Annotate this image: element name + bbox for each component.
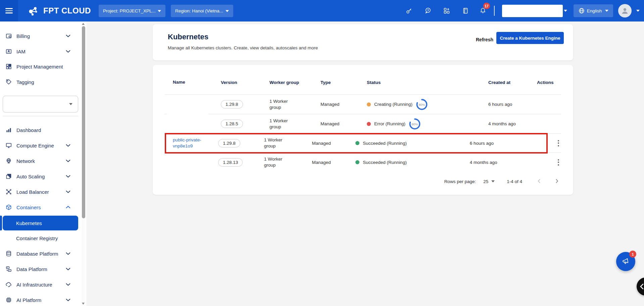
chevron-down-icon	[66, 252, 70, 255]
avatar-menu-caret-icon[interactable]	[636, 10, 640, 12]
status-label: Succeeded (Running)	[363, 141, 407, 146]
version-badge: 1.29.8	[218, 139, 240, 147]
language-selector[interactable]: English	[574, 4, 613, 17]
search-dropdown-caret-icon[interactable]	[564, 10, 567, 12]
svg-text:?: ?	[427, 8, 429, 12]
progress-spinner: 80%	[408, 118, 421, 130]
sidebar-item-container-registry[interactable]: Container Registry	[0, 230, 81, 246]
sidebar-scrollbar[interactable]	[82, 21, 85, 306]
search-input[interactable]	[502, 5, 563, 17]
chevron-down-icon	[66, 50, 70, 53]
docs-icon[interactable]	[462, 7, 469, 14]
chevron-right-icon	[554, 178, 560, 184]
table-row: 1.28.5 1 Worker group Managed Error (Run…	[165, 114, 561, 133]
scrollbar-thumb[interactable]	[82, 26, 85, 218]
chevron-up-icon	[66, 206, 70, 209]
scroll-up-arrow-icon[interactable]	[82, 23, 85, 25]
sidebar-item-billing[interactable]: Billing	[0, 28, 81, 44]
notification-badge[interactable]: 17	[483, 3, 490, 9]
project-selector[interactable]: Project: PROJECT_XPL...	[99, 5, 165, 17]
chevron-down-icon	[66, 175, 70, 178]
sidebar-item-dashboard[interactable]: Dashboard	[0, 122, 81, 138]
table-pagination: Rows per page: 25 1-4 of 4	[444, 174, 561, 188]
scroll-down-arrow-icon[interactable]	[82, 303, 85, 305]
pagination-range: 1-4 of 4	[507, 179, 522, 184]
chevron-down-icon	[66, 160, 70, 162]
grid-icon	[5, 63, 12, 70]
tag-icon	[5, 79, 12, 85]
status-dot	[367, 102, 371, 106]
sidebar-divider	[3, 116, 78, 116]
type-cell: Managed	[312, 141, 356, 146]
next-page-button[interactable]	[552, 177, 561, 186]
avatar[interactable]	[618, 4, 632, 17]
hamburger-menu-button[interactable]	[0, 0, 18, 21]
database-icon	[5, 250, 12, 257]
monitor-icon	[5, 142, 12, 149]
worker-group-cell: 1 Worker group	[269, 118, 291, 130]
sidebar-item-project-management[interactable]: Project Management	[0, 59, 81, 74]
rows-per-page-select[interactable]: 25	[483, 179, 495, 184]
worker-group-cell: 1 Worker group	[269, 98, 291, 111]
sidebar: Billing IAM Project Management Tagging D…	[0, 21, 86, 306]
hamburger-icon	[5, 7, 13, 15]
status-dot	[367, 122, 371, 126]
clusters-table: Name Version Worker group Type Status Cr…	[165, 70, 561, 172]
region-selector[interactable]: Region: Hanoi (Vietna...	[171, 5, 233, 17]
page-header-card: Kubernetes Manage all Kubernetes cluster…	[153, 24, 573, 60]
page-subtitle: Manage all Kubernetes clusters. Create, …	[168, 45, 318, 50]
cluster-name-link[interactable]: public-private-vnp8e1o9	[173, 137, 201, 148]
megaphone-icon	[621, 256, 631, 266]
previous-page-button[interactable]	[535, 177, 544, 186]
sidebar-item-iam[interactable]: IAM	[0, 44, 81, 59]
worker-group-cell: 1 Worker group	[264, 137, 286, 149]
chevron-down-icon	[158, 10, 161, 12]
svg-text:80%: 80%	[419, 102, 426, 106]
sidebar-item-ai-platform[interactable]: AI Platform	[0, 292, 81, 306]
sidebar-item-data-platform[interactable]: Data Platform	[0, 261, 81, 277]
chevron-down-icon	[66, 144, 70, 147]
chip-icon	[5, 297, 12, 303]
project-selector-label: Project: PROJECT_XPL...	[103, 8, 156, 13]
sidebar-item-network[interactable]: Network	[0, 153, 81, 169]
refresh-button[interactable]: Refresh	[476, 37, 493, 42]
chevron-down-icon	[491, 180, 495, 182]
sidebar-item-kubernetes[interactable]: Kubernetes	[3, 216, 78, 230]
status-label: Succeeded (Running)	[363, 160, 407, 165]
row-actions-kebab-menu[interactable]	[556, 157, 561, 168]
table-row: 1.28.13 1 Worker group Managed Succeeded…	[165, 152, 561, 172]
sidebar-item-database-platform[interactable]: Database Platform	[0, 246, 81, 261]
row-actions-kebab-menu[interactable]	[556, 138, 561, 148]
status-label: Error (Running)	[374, 121, 405, 126]
version-badge: 1.28.5	[221, 120, 243, 128]
sidebar-item-tagging[interactable]: Tagging	[0, 74, 81, 90]
sidebar-item-containers[interactable]: Containers	[0, 200, 81, 215]
help-icon[interactable]: ?	[424, 7, 432, 14]
chevron-down-icon	[69, 103, 72, 105]
top-navbar: FPT CLOUD Project: PROJECT_XPL... Region…	[0, 0, 644, 21]
table-header-row: Name Version Worker group Type Status Cr…	[165, 70, 561, 94]
globe-icon	[5, 158, 12, 164]
sidebar-item-auto-scaling[interactable]: Auto Scaling	[0, 169, 81, 184]
sidebar-item-compute-engine[interactable]: Compute Engine	[0, 138, 81, 153]
created-at-cell: 4 months ago	[470, 160, 515, 165]
key-icon[interactable]	[405, 7, 413, 14]
table-row: 1.29.8 1 Worker group Managed Creating (…	[165, 94, 561, 114]
page-title: Kubernetes	[168, 33, 208, 41]
sidebar-item-ai-infrastructure[interactable]: AI Infrastructure	[0, 277, 81, 292]
sidebar-item-load-balancer[interactable]: Load Balancer	[0, 184, 81, 200]
version-badge: 1.29.8	[221, 100, 243, 108]
created-at-cell: 6 hours ago	[488, 102, 537, 107]
sidebar-filter-select[interactable]	[3, 96, 78, 113]
created-at-cell: 6 hours ago	[470, 141, 515, 146]
screen-widget-button[interactable]	[637, 277, 644, 296]
version-badge: 1.28.13	[218, 158, 243, 167]
rows-per-page-label: Rows per page:	[444, 179, 476, 184]
progress-spinner: 80%	[415, 98, 428, 111]
person-icon	[621, 6, 629, 15]
create-kubernetes-engine-button[interactable]: Create a Kubernetes Engine	[496, 32, 564, 44]
type-cell: Managed	[320, 121, 367, 126]
announcements-fab-button[interactable]: 1	[616, 252, 635, 271]
apps-plus-icon[interactable]	[443, 7, 450, 14]
active-menu-indicator	[0, 216, 2, 230]
